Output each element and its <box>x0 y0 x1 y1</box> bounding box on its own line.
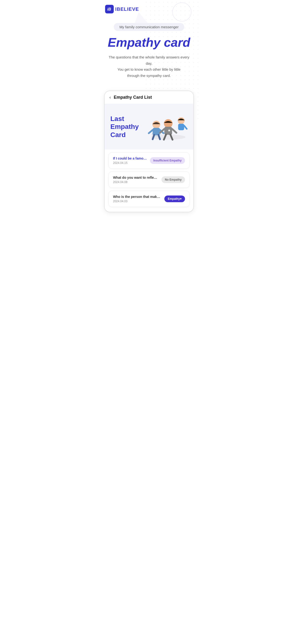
last-card-text: Last Empathy Card <box>110 115 139 139</box>
logo-icon: iB <box>105 5 114 14</box>
status-badge: No Empathy <box>162 176 185 183</box>
card-list: If I could be a famous person in th··· 2… <box>105 150 193 212</box>
card-item[interactable]: What do you want to reflect on the··· 20… <box>108 172 190 188</box>
card-item[interactable]: Who is the person that makes me t··· 202… <box>108 191 190 207</box>
phone-screen-title: Empathy Card List <box>114 95 152 100</box>
status-badge: Insufficient Empathy <box>150 157 185 164</box>
card-item-content: Who is the person that makes me t··· 202… <box>113 195 162 203</box>
hero-description: The questions that the whole family answ… <box>105 54 193 78</box>
card-item-content: If I could be a famous person in th··· 2… <box>113 156 147 164</box>
last-card-banner: Last Empathy Card ★ <box>105 104 193 150</box>
svg-point-2 <box>152 121 160 128</box>
svg-line-10 <box>172 129 176 133</box>
card-question: What do you want to reflect on the··· <box>113 176 159 180</box>
svg-text:★: ★ <box>168 129 171 132</box>
hero-section: My family communication messenger Empath… <box>99 16 199 84</box>
svg-point-11 <box>178 118 185 124</box>
svg-text:iB: iB <box>107 7 111 11</box>
svg-line-13 <box>184 126 187 129</box>
svg-rect-12 <box>178 124 184 130</box>
family-illustration: ★ <box>144 111 188 142</box>
card-question: If I could be a famous person in th··· <box>113 156 147 160</box>
header: iB IBELIEVE <box>99 0 199 16</box>
card-question: Who is the person that makes me t··· <box>113 195 162 198</box>
phone-top-bar: ‹ Empathy Card List <box>105 91 193 104</box>
phone-mockup: ‹ Empathy Card List Last Empathy Card <box>104 90 194 212</box>
back-button[interactable]: ‹ <box>109 95 111 100</box>
phone-frame: ‹ Empathy Card List Last Empathy Card <box>104 90 194 212</box>
hero-subtitle: My family communication messenger <box>114 23 185 31</box>
card-date: 2024.04.08 <box>113 180 159 184</box>
card-item-content: What do you want to reflect on the··· 20… <box>113 176 159 184</box>
logo-text: IBELIEVE <box>115 6 139 12</box>
svg-point-14 <box>151 135 186 140</box>
hero-title: Empathy card <box>105 36 193 49</box>
svg-point-6 <box>164 119 173 128</box>
status-badge: Empathy♥ <box>164 196 185 202</box>
card-date: 2024.04.15 <box>113 161 147 164</box>
card-item[interactable]: If I could be a famous person in th··· 2… <box>108 152 190 169</box>
logo: iB IBELIEVE <box>105 5 139 14</box>
card-date: 2024.04.03 <box>113 200 162 203</box>
svg-line-4 <box>149 130 153 134</box>
